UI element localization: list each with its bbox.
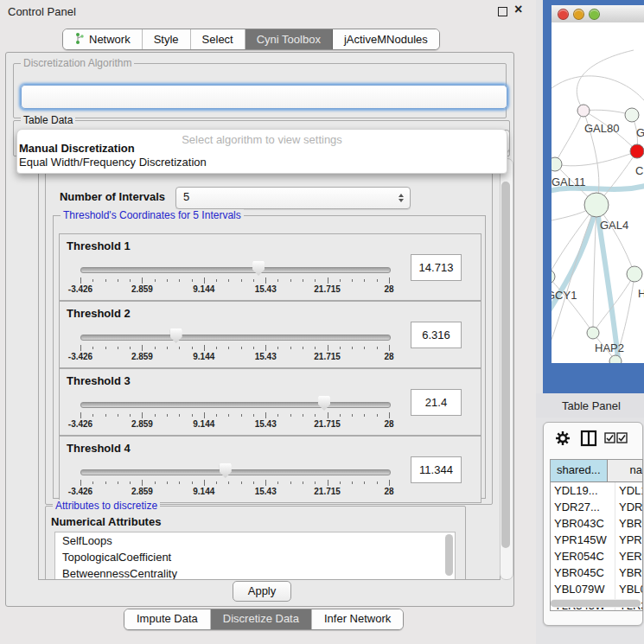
threshold-value-field[interactable]: 14.713 bbox=[411, 254, 462, 281]
tick-mark bbox=[179, 347, 180, 349]
tab-jactivemnodules[interactable]: jActiveMNodules bbox=[333, 29, 439, 49]
tick-mark bbox=[364, 481, 365, 484]
table-rows: YDL19...YDL1YDR27...YDR2YBR043CYBR0YPR14… bbox=[551, 482, 642, 611]
table-row[interactable]: YBL079WYBL0 bbox=[551, 581, 642, 597]
threshold-label: Threshold 1 bbox=[67, 239, 131, 252]
vertical-scrollbar[interactable] bbox=[500, 158, 513, 580]
network-node[interactable] bbox=[609, 355, 622, 363]
close-traffic-light-icon[interactable] bbox=[558, 9, 569, 20]
tab-impute-data[interactable]: Impute Data bbox=[124, 609, 211, 629]
slider-track[interactable] bbox=[80, 402, 391, 408]
apply-button[interactable]: Apply bbox=[233, 581, 291, 602]
checkbox-checked-icon[interactable] bbox=[616, 432, 628, 443]
attribute-item-selfloops[interactable]: SelfLoops bbox=[55, 532, 455, 549]
network-node-h[interactable] bbox=[627, 266, 642, 282]
close-icon[interactable]: × bbox=[514, 2, 522, 17]
network-view-window[interactable]: GAL80GCGAL11GAL4GCY1HHAP2 bbox=[543, 0, 644, 394]
slider-track[interactable] bbox=[80, 335, 391, 341]
network-edge[interactable] bbox=[552, 277, 593, 333]
network-edge[interactable] bbox=[555, 151, 637, 166]
tick-mark bbox=[340, 347, 341, 349]
tick-mark bbox=[253, 414, 254, 417]
table-row[interactable]: YDR27...YDR2 bbox=[551, 499, 642, 515]
table-row[interactable]: YPR145WYPR1 bbox=[551, 532, 642, 548]
scrollbar-thumb[interactable] bbox=[501, 182, 510, 548]
table-row[interactable]: YER054CYER0 bbox=[551, 548, 642, 564]
network-node-gal11[interactable] bbox=[552, 157, 562, 171]
attribute-item-topologicalcoefficient[interactable]: TopologicalCoefficient bbox=[55, 549, 455, 565]
threshold-value-field[interactable]: 11.344 bbox=[411, 456, 462, 483]
tick-mark bbox=[253, 481, 254, 484]
tab-cyni-toolbox[interactable]: Cyni Toolbox bbox=[245, 29, 333, 49]
attribute-item-betweennesscentrality[interactable]: BetweennessCentrality bbox=[55, 565, 455, 580]
network-node-gcy1[interactable] bbox=[552, 270, 555, 284]
slider-thumb[interactable] bbox=[252, 261, 265, 276]
network-node-c[interactable] bbox=[630, 144, 644, 158]
tick-mark bbox=[155, 414, 156, 417]
tick-mark bbox=[389, 480, 390, 486]
scrollbar-thumb[interactable] bbox=[551, 600, 641, 607]
cell-name: YBR0 bbox=[615, 515, 642, 532]
tab-network[interactable]: Network bbox=[63, 29, 143, 49]
tick-mark bbox=[389, 412, 390, 418]
slider-thumb[interactable] bbox=[220, 463, 232, 478]
tab-discretize-data[interactable]: Discretize Data bbox=[211, 609, 312, 629]
slider-ticks bbox=[80, 345, 389, 351]
node-table[interactable]: shared...na YDL19...YDL1YDR27...YDR2YBR0… bbox=[550, 459, 643, 611]
network-window-titlebar[interactable] bbox=[552, 5, 644, 23]
table-row[interactable]: YDL19...YDL1 bbox=[551, 482, 642, 499]
table-row[interactable]: YBR043CYBR0 bbox=[551, 515, 642, 532]
threshold-value-field[interactable]: 21.4 bbox=[411, 389, 462, 416]
table-row[interactable]: YBR045CYBR0 bbox=[551, 564, 642, 581]
threshold-slider[interactable]: -3.4262.8599.14415.4321.71528 bbox=[80, 328, 389, 364]
network-node-gal4[interactable] bbox=[584, 193, 609, 217]
tab-select[interactable]: Select bbox=[191, 29, 245, 49]
minimize-traffic-light-icon[interactable] bbox=[573, 9, 584, 20]
network-edge[interactable] bbox=[577, 50, 634, 111]
split-view-icon[interactable] bbox=[580, 430, 597, 447]
threshold-value-field[interactable]: 6.316 bbox=[411, 322, 462, 348]
table-panel-title: Table Panel bbox=[562, 399, 621, 412]
gear-icon[interactable] bbox=[554, 430, 571, 447]
tick-mark bbox=[265, 345, 266, 351]
tick-mark bbox=[328, 412, 328, 418]
numerical-attributes-list[interactable]: SelfLoopsTopologicalCoefficientBetweenne… bbox=[54, 532, 456, 580]
checkbox-checked-icon[interactable] bbox=[604, 432, 615, 443]
threshold-slider[interactable]: -3.4262.8599.14415.4321.71528 bbox=[80, 260, 389, 296]
horizontal-scrollbar[interactable] bbox=[551, 599, 641, 608]
zoom-traffic-light-icon[interactable] bbox=[589, 9, 600, 20]
network-node-hap2[interactable] bbox=[587, 327, 599, 339]
slider-track[interactable] bbox=[80, 267, 391, 273]
tick-mark bbox=[253, 347, 254, 349]
slider-track[interactable] bbox=[80, 469, 391, 475]
slider-thumb[interactable] bbox=[318, 396, 330, 411]
slider-thumb[interactable] bbox=[170, 328, 182, 343]
tick-mark bbox=[216, 414, 217, 417]
list-scrollbar[interactable] bbox=[445, 534, 453, 576]
network-edge[interactable] bbox=[555, 111, 583, 164]
tab-infer-network[interactable]: Infer Network bbox=[312, 609, 403, 629]
number-of-intervals-combobox[interactable]: 5 bbox=[175, 187, 411, 209]
network-node-gal80[interactable] bbox=[577, 105, 590, 117]
tick-mark bbox=[155, 481, 156, 484]
threshold-slider[interactable]: -3.4262.8599.14415.4321.71528 bbox=[80, 395, 389, 431]
column-header-na[interactable]: na bbox=[608, 460, 642, 481]
network-edge[interactable] bbox=[552, 76, 644, 100]
tab-style[interactable]: Style bbox=[143, 29, 191, 49]
algorithm-combobox[interactable] bbox=[21, 85, 507, 109]
network-node-g[interactable] bbox=[625, 108, 639, 122]
discretization-algorithm-group: Discretization Algorithm bbox=[13, 63, 507, 118]
tick-label: -3.426 bbox=[68, 487, 92, 496]
attributes-group: Attributes to discretize Numerical Attri… bbox=[45, 506, 466, 580]
threshold-slider[interactable]: -3.4262.8599.14415.4321.71528 bbox=[80, 462, 389, 499]
tick-mark bbox=[80, 412, 81, 418]
algorithm-option-equal-width-frequency-discretization[interactable]: Equal Width/Frequency Discretization bbox=[19, 156, 207, 169]
control-panel: Control Panel × NetworkStyleSelectCyni T… bbox=[0, 0, 537, 644]
algorithm-option-manual-discretization[interactable]: Manual Discretization bbox=[19, 142, 135, 155]
network-graph[interactable]: GAL80GCGAL11GAL4GCY1HHAP2 bbox=[552, 22, 644, 363]
network-canvas[interactable]: GAL80GCGAL11GAL4GCY1HHAP2 bbox=[552, 22, 644, 363]
float-window-icon[interactable] bbox=[498, 7, 507, 16]
tick-label: -3.426 bbox=[68, 352, 92, 361]
tick-label: 9.144 bbox=[193, 284, 214, 294]
column-header-shared[interactable]: shared... bbox=[551, 460, 608, 481]
